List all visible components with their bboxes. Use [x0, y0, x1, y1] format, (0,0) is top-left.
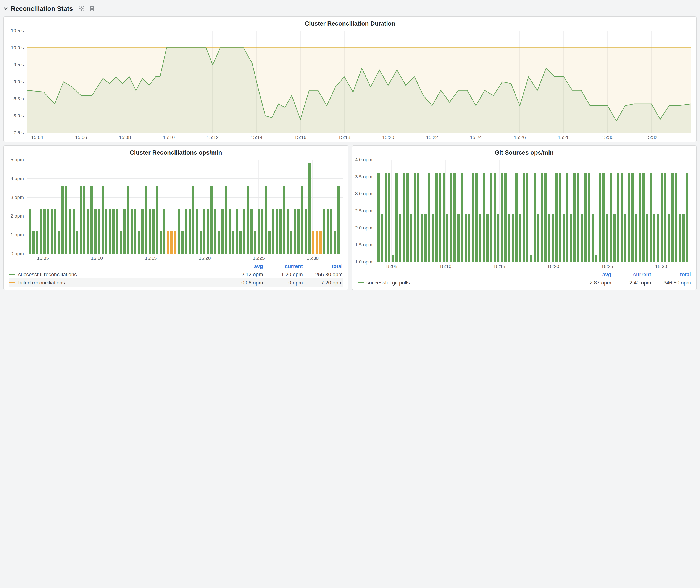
- legend-col-avg[interactable]: avg: [571, 271, 611, 278]
- svg-text:2.0 opm: 2.0 opm: [355, 225, 372, 231]
- svg-text:3 opm: 3 opm: [11, 195, 24, 200]
- svg-text:9.5 s: 9.5 s: [13, 62, 24, 67]
- svg-text:15:12: 15:12: [207, 135, 219, 140]
- svg-text:15:04: 15:04: [31, 135, 43, 140]
- legend-total-value: 256.80 opm: [303, 271, 343, 277]
- svg-text:15:30: 15:30: [655, 264, 667, 269]
- legend-label: successful reconciliations: [18, 271, 77, 277]
- panel-cluster-reconciliations-opm: Cluster Reconciliations ops/min 5 opm4 o…: [3, 145, 348, 290]
- svg-text:15:30: 15:30: [307, 255, 319, 261]
- panel-cluster-reconciliation-duration: Cluster Reconciliation Duration 10.5 s10…: [3, 16, 697, 142]
- legend-col-current[interactable]: current: [263, 263, 303, 269]
- legend-label: failed reconciliations: [18, 279, 65, 286]
- svg-text:15:26: 15:26: [514, 135, 526, 140]
- legend-row: successful git pulls 2.87 opm 2.40 opm 3…: [357, 278, 691, 287]
- cluster-reconciliation-duration-chart[interactable]: 10.5 s10.0 s9.5 s9.0 s8.5 s8.0 s7.5 s15:…: [4, 28, 696, 142]
- legend-item-successful-reconciliations[interactable]: successful reconciliations: [9, 271, 223, 277]
- svg-text:1 opm: 1 opm: [11, 232, 24, 237]
- series-swatch-green: [9, 274, 15, 275]
- svg-text:15:18: 15:18: [338, 135, 350, 140]
- legend-avg-value: 0.06 opm: [223, 279, 263, 286]
- legend-col-current[interactable]: current: [611, 271, 651, 278]
- svg-text:2 opm: 2 opm: [11, 213, 24, 219]
- cluster-reconciliations-opm-chart[interactable]: 5 opm4 opm3 opm2 opm1 opm0 opm15:0515:10…: [4, 157, 348, 262]
- legend-total-value: 7.20 opm: [303, 279, 343, 286]
- svg-text:15:25: 15:25: [601, 264, 613, 269]
- svg-text:15:05: 15:05: [37, 255, 49, 261]
- svg-text:2.5 opm: 2.5 opm: [355, 208, 372, 213]
- panel-title[interactable]: Cluster Reconciliations ops/min: [4, 146, 348, 157]
- svg-text:15:15: 15:15: [493, 264, 505, 269]
- svg-text:15:32: 15:32: [645, 135, 657, 140]
- svg-text:8.0 s: 8.0 s: [13, 113, 24, 118]
- trash-icon[interactable]: [89, 5, 95, 11]
- section-header-reconciliation-stats[interactable]: Reconciliation Stats: [3, 3, 697, 13]
- series-swatch-orange: [9, 282, 15, 283]
- chevron-down-icon: [3, 7, 8, 10]
- svg-text:9.0 s: 9.0 s: [13, 79, 24, 84]
- legend-item-successful-git-pulls[interactable]: successful git pulls: [357, 279, 571, 286]
- svg-text:10.0 s: 10.0 s: [11, 45, 24, 50]
- legend-avg-value: 2.87 opm: [571, 279, 611, 286]
- svg-text:15:20: 15:20: [547, 264, 559, 269]
- panel-git-sources-opm: Git Sources ops/min 4.0 opm3.5 opm3.0 op…: [352, 145, 697, 290]
- legend-col-total[interactable]: total: [303, 263, 343, 269]
- svg-text:15:24: 15:24: [470, 135, 482, 140]
- svg-text:15:16: 15:16: [294, 135, 306, 140]
- legend-current-value: 0 opm: [263, 279, 303, 286]
- legend-header: avg current total: [357, 271, 691, 278]
- svg-text:7.5 s: 7.5 s: [13, 130, 24, 136]
- svg-text:10.5 s: 10.5 s: [11, 28, 24, 33]
- series-swatch-green: [357, 282, 363, 283]
- legend-row: successful reconciliations 2.12 opm 1.20…: [9, 270, 343, 278]
- svg-text:15:10: 15:10: [163, 135, 175, 140]
- panel-title[interactable]: Git Sources ops/min: [352, 146, 696, 157]
- svg-text:15:10: 15:10: [439, 264, 451, 269]
- gear-icon[interactable]: [79, 5, 85, 11]
- legend-label: successful git pulls: [366, 279, 410, 286]
- svg-text:15:14: 15:14: [251, 135, 263, 140]
- legend-current-value: 2.40 opm: [611, 279, 651, 286]
- svg-text:15:08: 15:08: [119, 135, 131, 140]
- svg-text:15:28: 15:28: [558, 135, 570, 140]
- svg-text:5 opm: 5 opm: [11, 157, 24, 162]
- legend-current-value: 1.20 opm: [263, 271, 303, 277]
- svg-text:15:30: 15:30: [602, 135, 613, 140]
- legend-col-total[interactable]: total: [651, 271, 691, 278]
- legend-row: failed reconciliations 0.06 opm 0 opm 7.…: [9, 278, 343, 287]
- panel-title[interactable]: Cluster Reconciliation Duration: [4, 17, 696, 28]
- svg-text:1.5 opm: 1.5 opm: [355, 242, 372, 247]
- svg-text:4 opm: 4 opm: [11, 176, 24, 181]
- legend-total-value: 346.80 opm: [651, 279, 691, 286]
- svg-text:0 opm: 0 opm: [11, 251, 24, 256]
- svg-text:15:05: 15:05: [385, 264, 397, 269]
- svg-text:15:22: 15:22: [426, 135, 438, 140]
- svg-text:15:10: 15:10: [91, 255, 103, 261]
- svg-text:15:15: 15:15: [145, 255, 157, 261]
- dashboard: Reconciliation Stats Cluster Reconciliat…: [0, 0, 700, 294]
- svg-text:15:25: 15:25: [253, 255, 265, 261]
- svg-text:15:06: 15:06: [75, 135, 87, 140]
- legend-item-failed-reconciliations[interactable]: failed reconciliations: [9, 279, 223, 286]
- legend: avg current total successful git pulls 2…: [352, 271, 696, 290]
- svg-text:15:20: 15:20: [199, 255, 211, 261]
- legend-col-avg[interactable]: avg: [223, 263, 263, 269]
- legend-avg-value: 2.12 opm: [223, 271, 263, 277]
- svg-text:3.5 opm: 3.5 opm: [355, 174, 372, 179]
- svg-text:1.0 opm: 1.0 opm: [355, 259, 372, 265]
- legend: avg current total successful reconciliat…: [4, 262, 348, 290]
- git-sources-opm-chart[interactable]: 4.0 opm3.5 opm3.0 opm2.5 opm2.0 opm1.5 o…: [352, 157, 696, 271]
- svg-text:8.5 s: 8.5 s: [13, 96, 24, 102]
- svg-text:15:20: 15:20: [382, 135, 394, 140]
- section-title: Reconciliation Stats: [11, 5, 73, 12]
- svg-text:3.0 opm: 3.0 opm: [355, 191, 372, 196]
- svg-text:4.0 opm: 4.0 opm: [355, 157, 372, 162]
- legend-header: avg current total: [9, 262, 343, 270]
